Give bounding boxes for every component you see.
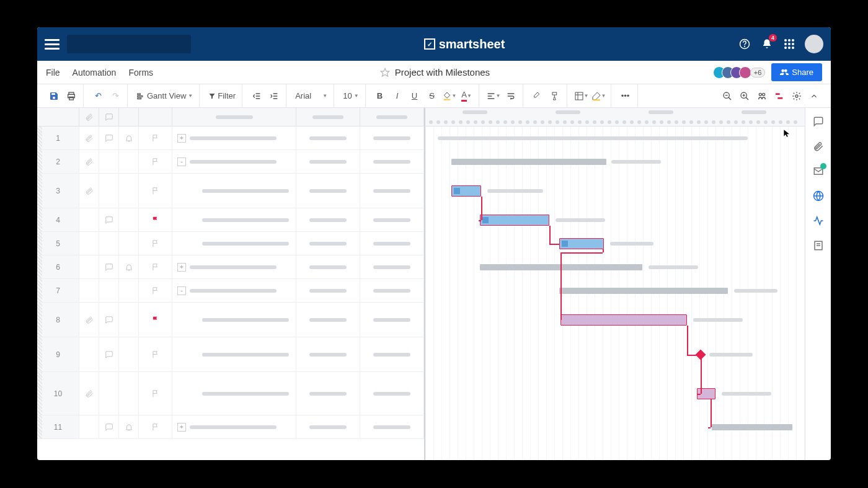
highlight-changes-icon[interactable]: ▼ <box>591 88 607 104</box>
rail-attachments-icon[interactable] <box>812 140 825 153</box>
menu-file[interactable]: File <box>46 68 60 78</box>
highlight-icon[interactable] <box>529 88 546 104</box>
column-attachments[interactable] <box>79 108 99 126</box>
text-color-icon[interactable]: A▼ <box>459 88 475 104</box>
resources-icon[interactable] <box>754 88 770 104</box>
menu-forms[interactable]: Forms <box>128 68 153 78</box>
zoom-out-icon[interactable] <box>719 88 735 104</box>
row-number[interactable]: 4 <box>37 208 79 231</box>
gantt-task-bar[interactable] <box>560 314 687 326</box>
gantt-panel[interactable] <box>424 108 805 460</box>
collaborator-avatars[interactable]: +6 <box>717 66 766 79</box>
grid-row[interactable]: 8 <box>37 303 424 337</box>
row-number[interactable]: 6 <box>37 255 79 278</box>
notifications-icon[interactable]: 4 <box>760 37 774 51</box>
font-selector[interactable]: Arial▼ <box>293 91 330 100</box>
expand-collapse-icon[interactable]: - <box>177 286 186 295</box>
user-avatar[interactable] <box>805 35 823 53</box>
row-number[interactable]: 7 <box>37 279 79 302</box>
italic-icon[interactable]: I <box>389 88 405 104</box>
gantt-task-bar[interactable] <box>451 185 481 197</box>
zoom-in-icon[interactable] <box>737 88 753 104</box>
favorite-star-icon[interactable] <box>380 68 390 78</box>
svg-rect-15 <box>443 99 450 100</box>
row-number[interactable]: 8 <box>37 303 79 337</box>
grid-row[interactable]: 7- <box>37 279 424 303</box>
grid-row[interactable]: 9 <box>37 337 424 372</box>
gantt-summary-bar[interactable] <box>451 159 606 165</box>
print-icon[interactable] <box>63 88 79 104</box>
flag-cell[interactable] <box>139 232 172 255</box>
format-painter-icon[interactable] <box>547 88 563 104</box>
grid-row[interactable]: 1+ <box>37 126 424 150</box>
column-2[interactable] <box>296 108 360 126</box>
filter-button[interactable]: Filter <box>206 91 238 100</box>
align-icon[interactable]: ▼ <box>485 88 502 104</box>
rail-proofs-icon[interactable] <box>812 165 825 177</box>
gantt-summary-bar[interactable] <box>712 424 792 430</box>
expand-collapse-icon[interactable]: - <box>177 157 186 166</box>
flag-cell[interactable] <box>139 279 172 302</box>
grid-row[interactable]: 5 <box>37 232 424 255</box>
row-number[interactable]: 3 <box>37 174 79 208</box>
search-input[interactable] <box>67 35 191 53</box>
strikethrough-icon[interactable]: S <box>424 88 440 104</box>
row-number[interactable]: 5 <box>37 232 79 255</box>
rail-comments-icon[interactable] <box>812 115 825 128</box>
gantt-task-bar[interactable] <box>480 215 549 226</box>
grid-row[interactable]: 4 <box>37 208 424 232</box>
flag-cell[interactable] <box>139 150 172 173</box>
font-size-selector[interactable]: 10▼ <box>340 91 361 100</box>
grid-row[interactable]: 10 <box>37 372 424 415</box>
document-title[interactable]: Project with Milestones <box>395 67 490 78</box>
rail-publish-icon[interactable] <box>812 190 825 202</box>
row-number[interactable]: 10 <box>37 372 79 415</box>
share-button[interactable]: Share <box>771 63 822 81</box>
more-icon[interactable]: ••• <box>618 88 634 104</box>
view-selector[interactable]: Gantt View▼ <box>134 91 195 100</box>
flag-cell[interactable] <box>139 208 172 231</box>
rail-activity-icon[interactable] <box>812 215 825 227</box>
rail-summary-icon[interactable] <box>812 239 825 252</box>
column-3[interactable] <box>360 108 424 126</box>
apps-icon[interactable] <box>782 37 796 51</box>
row-number[interactable]: 9 <box>37 337 79 371</box>
settings-icon[interactable] <box>789 88 805 104</box>
indent-icon[interactable] <box>266 88 282 104</box>
menu-automation[interactable]: Automation <box>73 68 117 78</box>
grid-row[interactable]: 3 <box>37 174 424 208</box>
flag-cell[interactable] <box>139 126 172 149</box>
flag-cell[interactable] <box>139 372 172 415</box>
wrap-icon[interactable] <box>503 88 519 104</box>
expand-collapse-icon[interactable]: + <box>177 263 186 272</box>
row-number[interactable]: 2 <box>37 150 79 173</box>
help-icon[interactable] <box>738 37 751 51</box>
collapse-icon[interactable] <box>806 88 822 104</box>
flag-cell[interactable] <box>139 337 172 371</box>
row-number[interactable]: 1 <box>37 126 79 149</box>
gantt-summary-bar[interactable] <box>559 288 728 294</box>
save-icon[interactable] <box>46 88 62 104</box>
grid-row[interactable]: 11+ <box>37 415 424 439</box>
conditional-format-icon[interactable]: ▼ <box>574 88 590 104</box>
fill-color-icon[interactable]: ▼ <box>441 88 458 104</box>
gantt-task-bar[interactable] <box>559 238 604 249</box>
undo-icon[interactable]: ↶ <box>90 88 106 104</box>
row-number[interactable]: 11 <box>37 415 79 438</box>
grid-row[interactable]: 6+ <box>37 255 424 279</box>
bold-icon[interactable]: B <box>372 88 388 104</box>
flag-cell[interactable] <box>139 174 172 208</box>
underline-icon[interactable]: U <box>407 88 423 104</box>
column-task[interactable] <box>172 108 296 126</box>
grid-row[interactable]: 2- <box>37 150 424 174</box>
redo-icon[interactable]: ↷ <box>107 88 123 104</box>
expand-collapse-icon[interactable]: + <box>177 423 186 432</box>
expand-collapse-icon[interactable]: + <box>177 134 186 143</box>
flag-cell[interactable] <box>139 255 172 278</box>
flag-cell[interactable] <box>139 415 172 438</box>
critical-path-icon[interactable] <box>771 88 787 104</box>
menu-hamburger-icon[interactable] <box>45 37 60 51</box>
column-comments[interactable] <box>99 108 119 126</box>
outdent-icon[interactable] <box>249 88 265 104</box>
flag-cell[interactable] <box>139 303 172 337</box>
